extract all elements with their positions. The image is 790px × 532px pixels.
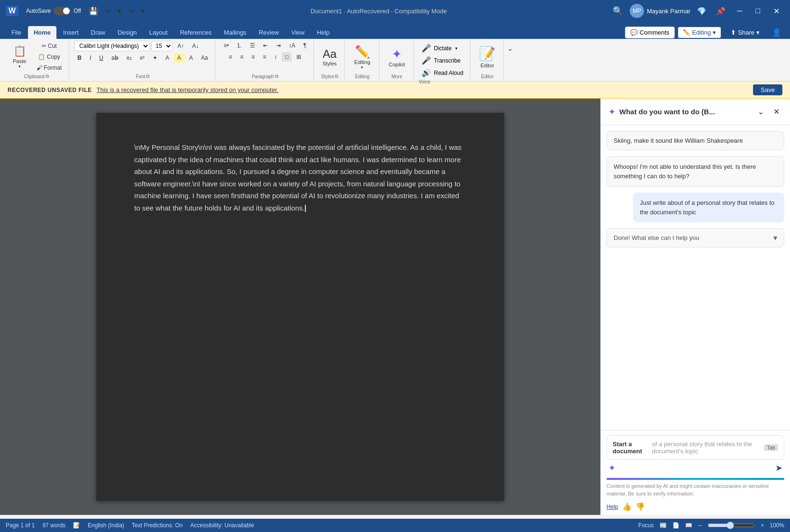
increase-indent-btn[interactable]: ⇥ <box>273 41 284 50</box>
document-content[interactable]: \nMy Personal Story\n\nI was always fasc… <box>134 141 466 214</box>
font-name-select[interactable]: Calibri Light (Headings) <box>74 41 150 51</box>
align-right-btn[interactable]: ≡ <box>248 52 258 62</box>
text-effects-btn[interactable]: A <box>186 53 196 63</box>
borders-btn[interactable]: ⊞ <box>293 52 304 62</box>
font-size-select[interactable]: 15 <box>151 41 173 51</box>
subscript-btn[interactable]: x₂ <box>123 53 135 63</box>
zoom-in-icon[interactable]: + <box>761 522 764 529</box>
copilot-close-btn[interactable]: ✕ <box>771 105 782 118</box>
tab-view[interactable]: View <box>285 26 310 39</box>
line-spacing-btn[interactable]: ↕ <box>271 52 280 62</box>
decrease-indent-btn[interactable]: ⇤ <box>260 41 271 50</box>
header-editing-btn[interactable]: ✏️ Editing ▾ <box>678 27 722 38</box>
zoom-slider[interactable] <box>707 522 755 529</box>
web-layout-icon[interactable]: 📰 <box>660 522 667 529</box>
undo-btn[interactable]: ↩ <box>102 5 114 18</box>
copilot-btn[interactable]: ✦ Copilot <box>384 45 410 69</box>
align-center-btn[interactable]: ≡ <box>237 52 247 62</box>
autosave-toggle[interactable] <box>54 7 71 15</box>
bold-btn[interactable]: B <box>74 53 85 63</box>
share-btn[interactable]: ⬆ Share ▾ <box>724 27 766 38</box>
recovery-save-btn[interactable]: Save <box>753 84 782 95</box>
ribbon-expand-btn[interactable]: ⌄ <box>505 43 516 54</box>
tab-insert[interactable]: Insert <box>57 26 84 39</box>
case-btn[interactable]: Aa <box>198 53 211 63</box>
clipboard-group: 📋 Paste ▾ ✂ Cut 📋 Copy 🖌 Format Clipboar… <box>4 41 69 79</box>
quick-access-more[interactable]: ▾ <box>138 5 147 18</box>
thumbs-up-btn[interactable]: 👍 <box>622 502 632 511</box>
zoom-out-icon[interactable]: ─ <box>698 522 702 529</box>
tab-mailings[interactable]: Mailings <box>218 26 252 39</box>
maximize-btn[interactable]: □ <box>751 5 765 17</box>
copilot-chevron-btn[interactable]: ⌄ <box>755 105 767 118</box>
done-scroll-btn[interactable]: ▾ <box>773 233 777 242</box>
cut-btn[interactable]: ✂ Cut <box>33 41 65 51</box>
voice-items: 🎤 Dictate ▾ 🎤 Transcribe 🔊 Read Aloud <box>419 43 466 78</box>
read-mode-icon[interactable]: 📖 <box>685 522 692 529</box>
tab-draw[interactable]: Draw <box>85 26 111 39</box>
copy-btn[interactable]: 📋 Copy <box>33 52 65 62</box>
format-painter-btn[interactable]: 🖌 Format <box>33 63 65 73</box>
strikethrough-btn[interactable]: ab̶ <box>108 53 122 63</box>
ribbon-bar: 📋 Paste ▾ ✂ Cut 📋 Copy 🖌 Format Clipboar… <box>0 39 790 82</box>
thumbs-down-btn[interactable]: 👎 <box>635 502 645 511</box>
tab-review[interactable]: Review <box>253 26 285 39</box>
comments-btn[interactable]: 💬 Comments <box>625 27 675 38</box>
document-page[interactable]: \nMy Personal Story\n\nI was always fasc… <box>96 113 504 501</box>
designer-icon-btn[interactable]: 💎 <box>694 5 709 18</box>
multilevel-btn[interactable]: ☰ <box>247 41 258 50</box>
underline-btn[interactable]: U <box>96 53 107 63</box>
highlight-btn[interactable]: A <box>174 53 184 63</box>
styles-expand[interactable]: ⧉ <box>335 73 338 79</box>
copilot-content: ✦ Copilot <box>384 41 410 73</box>
align-justify-btn[interactable]: ≡ <box>259 52 269 62</box>
focus-label[interactable]: Focus <box>638 522 654 529</box>
clear-format-btn[interactable]: ✦ <box>149 53 161 63</box>
save-icon-btn[interactable]: 💾 <box>86 5 101 18</box>
help-link[interactable]: Help <box>606 504 618 510</box>
sort-btn[interactable]: ↕A <box>285 41 299 50</box>
dictate-btn[interactable]: 🎤 Dictate ▾ <box>419 43 466 54</box>
input-suggestion: Start a document of a personal story tha… <box>613 440 778 455</box>
transcribe-btn[interactable]: 🎤 Transcribe <box>419 55 466 66</box>
minimize-btn[interactable]: ─ <box>732 5 747 17</box>
copilot-header: ✦ What do you want to do (B... ⌄ ✕ <box>601 99 790 125</box>
tab-layout[interactable]: Layout <box>143 26 173 39</box>
tab-home[interactable]: Home <box>28 26 56 39</box>
print-layout-icon[interactable]: 📄 <box>672 522 680 529</box>
shading-btn[interactable]: □ <box>282 52 292 62</box>
send-btn[interactable]: ➤ <box>775 463 782 473</box>
search-btn[interactable]: 🔍 <box>610 4 626 18</box>
editor-btn[interactable]: 📝 Editor <box>475 44 499 70</box>
font-expand[interactable]: ⧉ <box>146 73 149 79</box>
superscript-btn[interactable]: x² <box>137 53 148 63</box>
copilot-sparkle-btn[interactable]: ✦ <box>608 463 615 473</box>
font-color-btn[interactable]: A <box>162 53 173 63</box>
editing-large-btn[interactable]: ✏️ Editing ▾ <box>349 43 375 72</box>
pin-icon-btn[interactable]: 📌 <box>713 5 728 18</box>
align-left-btn[interactable]: ≡ <box>225 52 235 62</box>
copilot-input-box[interactable]: Start a document of a personal story tha… <box>606 435 784 460</box>
ribbon-header-actions: 💬 Comments ✏️ Editing ▾ ⬆ Share ▾ 👤 <box>625 26 784 39</box>
bullets-btn[interactable]: ≡• <box>220 41 232 50</box>
ribbon-person-icon[interactable]: 👤 <box>769 26 784 39</box>
undo-dropdown[interactable]: ▾ <box>115 5 124 18</box>
paste-btn[interactable]: 📋 Paste ▾ <box>8 43 31 71</box>
paragraph-expand[interactable]: ⧉ <box>275 73 278 79</box>
clipboard-expand[interactable]: ⧉ <box>46 73 49 79</box>
redo-btn[interactable]: ↪ <box>125 5 137 18</box>
increase-font-btn[interactable]: A↑ <box>174 41 187 51</box>
read-aloud-icon: 🔊 <box>422 68 431 77</box>
tab-references[interactable]: References <box>174 26 217 39</box>
tab-design[interactable]: Design <box>112 26 142 39</box>
italic-btn[interactable]: I <box>86 53 94 63</box>
close-btn[interactable]: ✕ <box>769 5 784 18</box>
numbering-btn[interactable]: 1. <box>234 41 245 50</box>
show-marks-btn[interactable]: ¶ <box>300 41 310 50</box>
tab-help[interactable]: Help <box>311 26 335 39</box>
main-area: \nMy Personal Story\n\nI was always fasc… <box>0 99 790 515</box>
tab-file[interactable]: File <box>6 26 27 39</box>
read-aloud-btn[interactable]: 🔊 Read Aloud <box>419 67 466 78</box>
decrease-font-btn[interactable]: A↓ <box>189 41 202 51</box>
styles-btn[interactable]: Aa Styles <box>319 46 340 68</box>
